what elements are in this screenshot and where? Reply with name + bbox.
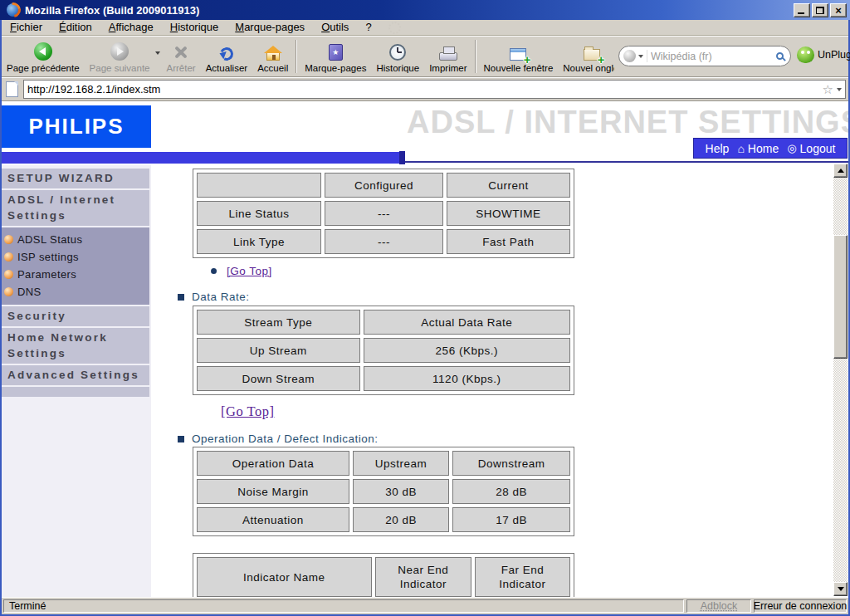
section-heading-label: Data Rate: (192, 291, 250, 303)
menu-marque-pages[interactable]: Marque-pages (227, 20, 313, 35)
history-label: Historique (376, 63, 419, 73)
sidebar-item-security[interactable]: Security (2, 306, 149, 326)
sidebar-item-adsl-status[interactable]: ADSL Status (2, 231, 149, 248)
table-row: Stream Type Actual Data Rate (197, 310, 570, 335)
table-row: Link Type --- Fast Path (197, 229, 570, 254)
print-button[interactable]: Imprimer (424, 37, 471, 76)
home-nav-icon: ⌂ (737, 143, 744, 154)
refresh-label: Actualiser (206, 63, 248, 73)
sidebar-item-setup-wizard[interactable]: SETUP WIZARD (2, 169, 149, 188)
new-window-button[interactable]: Nouvelle fenêtre (479, 37, 559, 76)
unplug-extension-button[interactable]: UnPlug (797, 46, 850, 63)
new-window-icon (510, 48, 526, 61)
bookmarks-label: Marque-pages (305, 63, 366, 73)
sidebar-item-parameters[interactable]: Parameters (2, 266, 149, 283)
table-cell: 256 (Kbps.) (364, 338, 570, 363)
menu-historique[interactable]: Historique (162, 20, 227, 35)
help-link[interactable]: Help (706, 142, 730, 155)
url-field: ☆ (23, 80, 846, 99)
bookmarks-button[interactable]: ★ Marque-pages (300, 37, 371, 76)
blue-divider-cap (399, 151, 405, 164)
new-tab-button[interactable]: Nouvel onglet (558, 37, 614, 76)
throbber-icon (388, 22, 401, 34)
sidebar-item-dns[interactable]: DNS (2, 283, 149, 301)
refresh-icon (218, 46, 236, 63)
go-top-link[interactable]: [Go Top] (227, 265, 272, 277)
forward-label: Page suivante (90, 63, 150, 73)
search-input[interactable] (647, 51, 776, 62)
page-document-icon (6, 81, 18, 97)
stop-x-icon (173, 44, 189, 61)
sidebar-item-label: Parameters (17, 268, 76, 281)
sidebar-item-adsl-internet-settings[interactable]: ADSL / Internet Settings (2, 190, 149, 226)
top-nav-bar: Help ⌂ Home ◎ Logout (693, 138, 848, 159)
table-row: Down Stream 1120 (Kbps.) (197, 366, 570, 391)
history-button[interactable]: Historique (371, 37, 424, 76)
line-status-table: Configured Current Line Status --- SHOWT… (193, 169, 574, 258)
menu-affichage[interactable]: Affichage (100, 20, 162, 35)
sidebar-item-label: DNS (17, 286, 42, 298)
sidebar-item-advanced-settings[interactable]: Advanced Settings (2, 365, 149, 385)
table-row: Indicator Name Near End Indicator Far En… (197, 557, 570, 597)
restore-icon (816, 7, 824, 14)
table-cell: --- (325, 229, 443, 254)
minimize-button[interactable] (794, 3, 810, 17)
new-window-label: Nouvelle fenêtre (484, 63, 554, 73)
go-top-link[interactable]: [Go Top] (221, 403, 274, 419)
menu-fichier[interactable]: Fichier (2, 20, 51, 35)
printer-icon (439, 52, 457, 61)
back-button[interactable]: Page précédente (2, 37, 85, 76)
sidebar-item-label: ISP settings (17, 251, 79, 263)
bookmark-star-icon[interactable]: ☆ (823, 83, 833, 95)
home-button[interactable]: Accueil (252, 37, 293, 76)
close-button[interactable]: × (830, 3, 847, 17)
url-input[interactable] (27, 83, 819, 95)
table-cell: Upstream (353, 451, 449, 476)
content-top-rule (405, 161, 848, 163)
bullet-icon (4, 235, 13, 244)
close-icon: × (835, 5, 842, 16)
sidebar-item-home-network-settings[interactable]: Home Network Settings (2, 328, 149, 364)
table-row: Attenuation 20 dB 17 dB (197, 507, 570, 532)
table-cell: SHOWTIME (447, 201, 570, 226)
menu-bar: Fichier Édition Affichage Historique Mar… (2, 20, 848, 36)
table-cell: Fast Path (447, 229, 570, 254)
urlbar-dropdown-caret-icon[interactable] (837, 88, 842, 91)
table-cell: Near End Indicator (375, 557, 471, 597)
menu-edition[interactable]: Édition (51, 20, 100, 35)
menu-outils[interactable]: Outils (313, 20, 357, 35)
sidebar-menu: SETUP WIZARD ADSL / Internet Settings AD… (2, 165, 151, 597)
operation-data-heading: Operation Data / Defect Indication: (178, 433, 379, 445)
refresh-button[interactable]: Actualiser (201, 37, 253, 76)
sidebar-submenu: ADSL Status ISP settings Parameters DNS (2, 227, 149, 305)
scrollbar-thumb[interactable] (833, 235, 848, 359)
window-titlebar[interactable]: Mozilla Firefox (Build 2009011913) × (0, 0, 850, 20)
adblock-status[interactable]: Adblock (686, 599, 751, 613)
connection-error-status: Erreur de connexion (754, 599, 847, 613)
table-cell: 28 dB (452, 479, 570, 504)
table-cell: 17 dB (452, 507, 570, 532)
search-engine-selector[interactable] (623, 50, 647, 62)
sidebar-item-isp-settings[interactable]: ISP settings (2, 248, 149, 266)
unplug-icon (797, 46, 814, 63)
menu-aide[interactable]: ? (357, 20, 379, 35)
browser-window: Mozilla Firefox (Build 2009011913) × Fic… (0, 0, 850, 616)
table-cell: Noise Margin (197, 479, 349, 504)
home-link[interactable]: Home (748, 142, 779, 155)
unplug-label: UnPlug (818, 49, 850, 61)
minimize-icon (798, 12, 804, 14)
scroll-down-button[interactable] (833, 582, 848, 596)
status-text: Terminé (3, 599, 684, 613)
table-cell: Indicator Name (197, 557, 372, 597)
table-cell: Far End Indicator (475, 557, 570, 597)
stop-button: Arrêter (162, 37, 201, 76)
scroll-up-button[interactable] (833, 164, 848, 178)
forward-dropdown-caret-icon[interactable] (155, 51, 160, 55)
vertical-scrollbar[interactable] (833, 164, 848, 596)
restore-button[interactable] (812, 3, 828, 17)
home-label: Accueil (257, 63, 288, 73)
search-magnifier-icon[interactable] (776, 52, 784, 60)
logout-link[interactable]: Logout (800, 142, 836, 155)
indicator-table: Indicator Name Near End Indicator Far En… (193, 553, 574, 597)
firefox-icon[interactable] (7, 3, 20, 17)
